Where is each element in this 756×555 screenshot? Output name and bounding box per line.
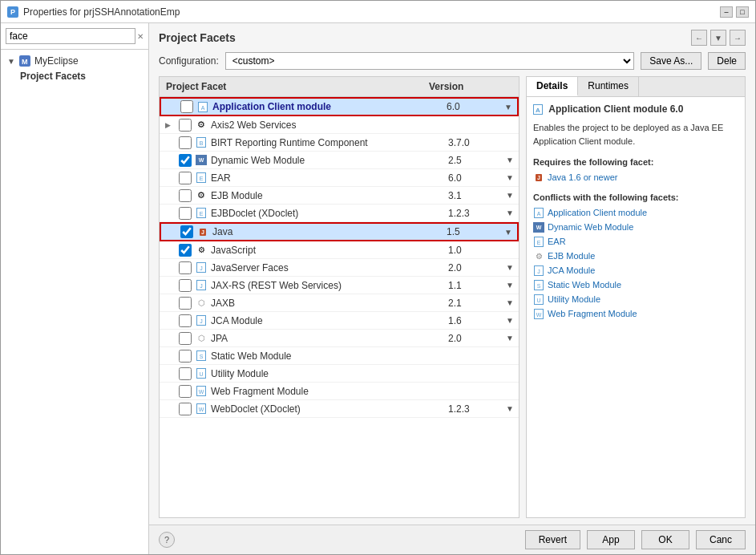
- facet-row-utility[interactable]: U Utility Module: [160, 365, 519, 383]
- sidebar-item-myeclipse[interactable]: ▼ M MyEclipse: [1, 53, 148, 69]
- main-window: P Properties for prjSSHAnnotationEmp – □…: [0, 0, 756, 555]
- conflict-icon-jca: J: [533, 265, 544, 276]
- ok-button[interactable]: OK: [641, 530, 689, 549]
- conflict-text-ejb: EJB Module: [548, 251, 595, 261]
- minimize-button[interactable]: –: [720, 6, 733, 18]
- col-name-header: Project Facet: [160, 79, 422, 94]
- config-select[interactable]: <custom>: [225, 52, 635, 70]
- icon-jpa: ⬡: [195, 332, 208, 345]
- detail-description: Enables the project to be deployed as a …: [533, 121, 738, 148]
- icon-javascript: ⚙: [195, 244, 208, 257]
- checkbox-ejbdoclet[interactable]: [179, 207, 192, 220]
- name-app-client: Application Client module: [212, 101, 443, 112]
- version-birt: 3.7.0: [445, 137, 501, 148]
- version-ejbdoclet: 1.2.3: [445, 208, 501, 219]
- facet-row-jpa[interactable]: ⬡ JPA 2.0 ▼: [160, 330, 519, 347]
- facet-row-jax-rs[interactable]: J JAX-RS (REST Web Services) 1.1 ▼: [160, 277, 519, 294]
- facet-row-ear[interactable]: E EAR 6.0 ▼: [160, 169, 519, 187]
- conflict-dynamic-web: W Dynamic Web Module: [533, 220, 738, 234]
- conflict-ear: E EAR: [533, 234, 738, 249]
- icon-web-fragment: W: [195, 385, 208, 398]
- revert-button[interactable]: Revert: [525, 530, 580, 549]
- facet-row-birt[interactable]: B BIRT Reporting Runtime Component 3.7.0: [160, 134, 519, 152]
- facet-row-app-client[interactable]: A Application Client module 6.0 ▼: [160, 97, 519, 116]
- maximize-button[interactable]: □: [736, 6, 749, 18]
- facet-row-jca[interactable]: J JCA Module 1.6 ▼: [160, 312, 519, 330]
- dropdown-jca[interactable]: ▼: [501, 316, 519, 325]
- dropdown-jsf[interactable]: ▼: [501, 263, 519, 272]
- dropdown-dynamic-web[interactable]: ▼: [501, 156, 519, 164]
- checkbox-ejb[interactable]: [179, 189, 192, 202]
- details-panel: Details Runtimes A Application Client mo…: [526, 76, 746, 518]
- myeclipse-icon: M: [18, 55, 31, 67]
- requires-label: Requires the following facet:: [533, 157, 738, 167]
- facet-row-jaxb[interactable]: ⬡ JAXB 2.1 ▼: [160, 294, 519, 312]
- conflict-icon-web-fragment: W: [533, 308, 544, 319]
- checkbox-jca[interactable]: [179, 314, 192, 327]
- delete-button[interactable]: Dele: [708, 52, 746, 70]
- facet-row-java[interactable]: J Java 1.5 ▼: [160, 222, 519, 241]
- checkbox-utility[interactable]: [179, 367, 192, 380]
- nav-dropdown-button[interactable]: ▼: [710, 30, 726, 46]
- expand-icon: ▼: [7, 57, 17, 66]
- name-webdoclet: WebDoclet (XDoclet): [211, 403, 445, 415]
- checkbox-ear[interactable]: [179, 172, 192, 184]
- save-as-button[interactable]: Save As...: [641, 52, 701, 70]
- facet-row-jsf[interactable]: J JavaServer Faces 2.0 ▼: [160, 259, 519, 277]
- facet-row-ejb[interactable]: ⚙ EJB Module 3.1 ▼: [160, 187, 519, 205]
- tab-runtimes[interactable]: Runtimes: [578, 77, 639, 96]
- dropdown-ejbdoclet[interactable]: ▼: [501, 209, 519, 217]
- svg-text:M: M: [22, 58, 28, 66]
- window-title: Properties for prjSSHAnnotationEmp: [23, 6, 180, 18]
- facet-row-ejbdoclet[interactable]: E EJBDoclet (XDoclet) 1.2.3 ▼: [160, 205, 519, 222]
- tab-details[interactable]: Details: [527, 77, 578, 96]
- facet-row-axis2[interactable]: ▶ ⚙ Axis2 Web Services: [160, 116, 519, 134]
- checkbox-dynamic-web[interactable]: [179, 154, 192, 167]
- apply-button[interactable]: App: [587, 530, 635, 549]
- checkbox-axis2[interactable]: [179, 119, 192, 132]
- sidebar-item-project-facets[interactable]: Project Facets: [1, 69, 148, 83]
- nav-forward-button[interactable]: →: [730, 30, 746, 46]
- help-area: ?: [159, 530, 519, 549]
- checkbox-web-fragment[interactable]: [179, 385, 192, 398]
- facet-row-web-fragment[interactable]: W Web Fragment Module: [160, 383, 519, 400]
- icon-ejbdoclet: E: [195, 207, 208, 220]
- version-jax-rs: 1.1: [445, 280, 501, 291]
- facet-row-webdoclet[interactable]: W WebDoclet (XDoclet) 1.2.3 ▼: [160, 400, 519, 418]
- help-button[interactable]: ?: [159, 532, 175, 548]
- icon-webdoclet: W: [195, 403, 208, 415]
- checkbox-static-web[interactable]: [179, 350, 192, 363]
- dropdown-jaxb[interactable]: ▼: [501, 298, 519, 307]
- nav-back-button[interactable]: ←: [691, 30, 707, 46]
- checkbox-jaxb[interactable]: [179, 297, 192, 310]
- dropdown-java[interactable]: ▼: [499, 228, 517, 237]
- search-input[interactable]: [6, 28, 135, 44]
- conflict-static-web: S Static Web Module: [533, 278, 738, 292]
- checkbox-javascript[interactable]: [179, 244, 192, 257]
- checkbox-java[interactable]: [180, 225, 193, 238]
- checkbox-app-client[interactable]: [180, 100, 193, 113]
- checkbox-jpa[interactable]: [179, 332, 192, 345]
- name-jaxb: JAXB: [211, 298, 445, 309]
- dropdown-jpa[interactable]: ▼: [501, 334, 519, 342]
- checkbox-jax-rs[interactable]: [179, 279, 192, 292]
- conflict-icon-utility: U: [533, 294, 544, 305]
- facet-row-static-web[interactable]: S Static Web Module: [160, 347, 519, 365]
- facet-row-javascript[interactable]: ⚙ JavaScript 1.0: [160, 241, 519, 259]
- checkbox-birt[interactable]: [179, 136, 192, 149]
- dropdown-ejb[interactable]: ▼: [501, 191, 519, 200]
- icon-app-client: A: [196, 100, 209, 113]
- dropdown-jax-rs[interactable]: ▼: [501, 281, 519, 290]
- dropdown-app-client[interactable]: ▼: [499, 103, 517, 111]
- right-panel: Project Facets ← ▼ → Configuration: <cus…: [149, 23, 755, 554]
- detail-title: A Application Client module 6.0: [533, 103, 738, 115]
- version-jaxb: 2.1: [445, 298, 501, 309]
- version-java: 1.5: [443, 226, 499, 237]
- facet-row-dynamic-web[interactable]: W Dynamic Web Module 2.5 ▼: [160, 152, 519, 169]
- cancel-button[interactable]: Canc: [696, 530, 746, 549]
- checkbox-webdoclet[interactable]: [179, 403, 192, 415]
- checkbox-jsf[interactable]: [179, 261, 192, 274]
- search-clear-icon[interactable]: ✕: [137, 32, 144, 41]
- dropdown-ear[interactable]: ▼: [501, 173, 519, 182]
- dropdown-webdoclet[interactable]: ▼: [501, 404, 519, 413]
